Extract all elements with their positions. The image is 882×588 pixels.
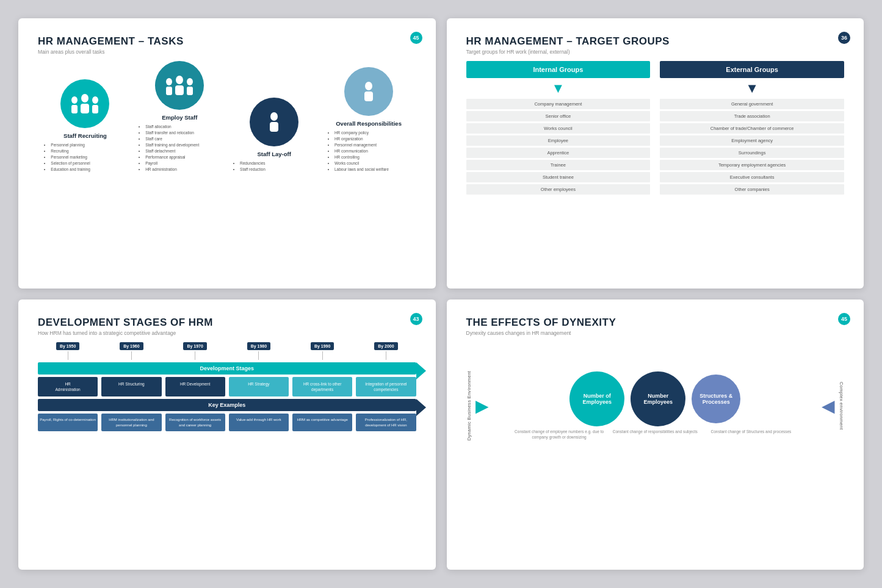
svg-rect-9 (175, 85, 184, 95)
slide2-title: HR MANAGEMENT – TARGET GROUPS (466, 35, 845, 48)
tg-row: Surroundings (660, 148, 844, 158)
dev-year-1980: By 1980 (229, 342, 289, 360)
task-label-employ: Employ Staff (162, 114, 197, 121)
bullet: Staff care (145, 136, 221, 142)
caption-1: Constant change of employee numbers e.g.… (515, 429, 604, 440)
task-bullets-layoff: Redundancies Staff reduction (233, 160, 316, 173)
bullet: HR organization (334, 136, 410, 142)
task-label-recruiting: Staff Recruiting (63, 132, 107, 139)
bullet: Selection of personnel (51, 160, 126, 167)
bullet: Works council (334, 160, 410, 167)
dev-year-1950: By 1950 (38, 342, 98, 360)
svg-point-8 (176, 76, 183, 84)
svg-point-0 (71, 96, 78, 104)
bullet: Payroll (145, 160, 221, 167)
dev-key-box: Payroll, Rights of co-determination (38, 414, 98, 431)
dev-key-boxes: Payroll, Rights of co-determination HRM … (38, 414, 416, 431)
right-arrow-icon: ◀ (822, 396, 835, 416)
slide-hr-tasks: 45 HR MANAGEMENT – TASKS Main areas plus… (18, 18, 436, 289)
dev-key-band: Key Examples (38, 399, 416, 411)
tg-row: Company management (466, 99, 651, 109)
svg-rect-7 (166, 87, 172, 95)
bullet: Education and training (51, 167, 126, 173)
task-bullets-recruiting: Personnel planning Recruiting Personnel … (43, 142, 126, 173)
dynexity-right-label: Complex environment (839, 382, 844, 430)
svg-point-14 (365, 82, 372, 90)
slide1-title: HR MANAGEMENT – TASKS (38, 35, 416, 48)
tg-header-row: Internal Groups External Groups (466, 61, 845, 78)
task-col-overall: Overall Responsibilities HR company poli… (327, 67, 410, 173)
dev-year-2000: By 2000 (356, 342, 416, 360)
bullet: HR administration (145, 167, 221, 173)
tg-row: Senior office (466, 111, 651, 121)
circle-structures: Structures & Processes (692, 375, 740, 423)
recruiting-icon (60, 79, 109, 128)
slide-num-badge: 45 (410, 32, 422, 44)
slide4-title: THE EFFECTS OF DYNEXITY (466, 317, 845, 329)
dev-year-1970: By 1970 (165, 342, 225, 360)
svg-rect-3 (81, 104, 89, 113)
slide3-num-badge: 43 (410, 313, 422, 325)
dev-box: HR Structuring (101, 377, 161, 396)
dev-key-box: Professionalization of HR, development o… (356, 414, 416, 431)
internal-arrow: ▼ (466, 81, 651, 96)
tg-row: Other employees (466, 184, 651, 195)
bullet: Staff reduction (240, 167, 316, 173)
svg-rect-1 (71, 105, 78, 113)
tg-arrow-row: ▼ ▼ (466, 81, 845, 96)
bullet: Staff allocation (145, 124, 221, 130)
dev-box: HR Development (165, 377, 225, 396)
bullet: Redundancies (240, 160, 316, 167)
dev-timeline: By 1950 By 1960 By 1970 By 1980 By 1990 … (38, 342, 416, 431)
tg-row: Student trainee (466, 172, 651, 182)
svg-point-2 (81, 94, 89, 102)
tg-row: Employment agency (660, 135, 844, 146)
svg-point-10 (187, 78, 193, 85)
dynexity-content: Dynamic Business Environment ▶ Number of… (466, 345, 845, 467)
dev-year-1960: By 1960 (101, 342, 161, 360)
svg-point-6 (166, 78, 172, 85)
tg-row: Employee (466, 135, 651, 146)
left-arrow-icon: ▶ (475, 396, 489, 416)
svg-rect-13 (270, 122, 278, 132)
bullet: Staff transfer and relocation (145, 130, 221, 136)
dynexity-circles: Number of Employees Number Employees Str… (569, 371, 740, 426)
dev-box: HRAdministration (38, 377, 98, 396)
slide4-subtitle: Dynexity causes changes in HR management (466, 330, 845, 336)
tg-row: Chamber of trade/Chamber of commerce (660, 123, 844, 134)
svg-point-4 (92, 96, 98, 104)
external-groups-header: External Groups (660, 61, 844, 78)
slide3-title: DEVELOPMENT STAGES OF HRM (38, 317, 416, 329)
svg-point-12 (270, 112, 278, 121)
tg-row: Works council (466, 123, 651, 134)
task-col-layoff: Staff Lay-off Redundancies Staff reducti… (233, 98, 316, 173)
layoff-icon (250, 98, 298, 146)
task-col-employ: Employ Staff Staff allocation Staff tran… (138, 61, 221, 173)
dynexity-captions: Constant change of employee numbers e.g.… (515, 429, 797, 440)
dev-box: HR Strategy (229, 377, 289, 396)
employ-icon (155, 61, 204, 110)
dev-year-1990: By 1990 (292, 342, 352, 360)
dynexity-circles-wrapper: Number of Employees Number Employees Str… (491, 371, 820, 440)
overall-icon (344, 67, 393, 116)
dev-box: HR cross-link to other departments (292, 377, 352, 396)
svg-rect-5 (92, 105, 98, 113)
dev-key-box: HRM institutionalization and personnel p… (101, 414, 161, 431)
bullet: Performance appraisal (145, 154, 221, 160)
dev-stage-boxes: HRAdministration HR Structuring HR Devel… (38, 377, 416, 396)
task-bullets-overall: HR company policy HR organization Person… (327, 130, 410, 173)
bullet: HR company policy (334, 130, 410, 136)
dev-stages-band: Development Stages (38, 362, 416, 375)
tg-row: Temporary employment agencies (660, 160, 844, 170)
slide1-subtitle: Main areas plus overall tasks (38, 49, 416, 55)
slide4-num-badge: 45 (838, 313, 850, 325)
tg-row: Other companies (660, 184, 844, 195)
bullet: Personnel planning (51, 142, 126, 148)
circle-employees-2: Number Employees (631, 371, 685, 426)
dev-key-box: HRM as competitive advantage (292, 414, 352, 431)
external-arrow: ▼ (660, 81, 844, 96)
caption-2: Constant change of responsibilities and … (610, 429, 700, 440)
bullet: Labour laws and social welfare (334, 167, 410, 173)
dynexity-left-label: Dynamic Business Environment (466, 371, 472, 440)
bullet: Staff training and development (145, 142, 221, 148)
